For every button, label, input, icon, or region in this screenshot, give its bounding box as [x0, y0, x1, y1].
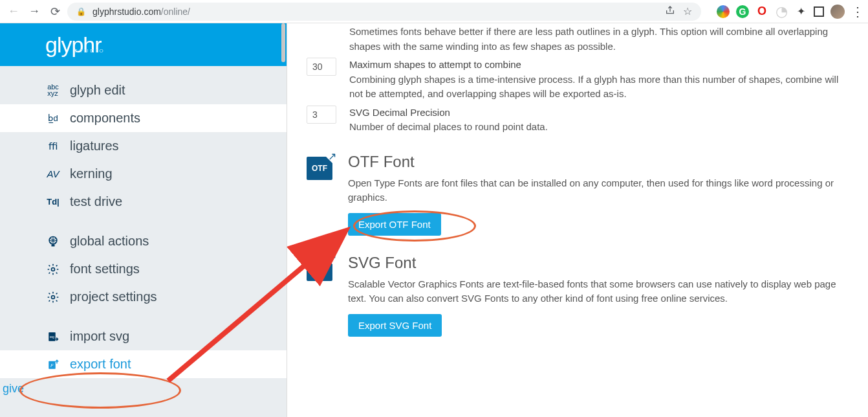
nav-font-settings[interactable]: font settings	[0, 255, 287, 283]
nav-project-settings[interactable]: project settings	[0, 283, 287, 311]
glyph-edit-icon: abcxyz	[45, 84, 61, 97]
export-otf-button[interactable]: Export OTF Font	[348, 213, 441, 236]
precision-title: SVG Decimal Precision	[349, 106, 849, 120]
browser-chrome: ← → ⟳ 🔒 glyphrstudio.com/online/ ☆ G O ◔…	[0, 0, 868, 23]
nav-label: project settings	[70, 289, 157, 304]
profile-avatar[interactable]	[830, 5, 845, 19]
main-content: Sometimes fonts behave better if there a…	[287, 23, 868, 417]
url-bar[interactable]: 🔒 glyphrstudio.com/online/ ☆	[67, 3, 701, 21]
extension-icon[interactable]: O	[755, 5, 768, 18]
components-icon: b̲d	[45, 113, 61, 123]
svg-desc: Scalable Vector Graphics Fonts are text-…	[348, 277, 849, 306]
back-button[interactable]: ←	[5, 3, 22, 20]
reload-button[interactable]: ⟳	[47, 3, 63, 20]
nav-ligatures[interactable]: ﬃ ligatures	[0, 132, 287, 160]
menu-icon[interactable]: ⋮	[851, 4, 863, 19]
svg-point-3	[52, 295, 55, 299]
app-logo: glyphr STUDIO	[45, 32, 102, 58]
svg-text:svg: svg	[50, 335, 55, 338]
scrollbar-thumb[interactable]	[281, 23, 285, 62]
share-icon[interactable]	[665, 5, 675, 17]
nav-label: glyph edit	[70, 83, 125, 98]
nav-label: font settings	[70, 262, 140, 276]
nav-components[interactable]: b̲d components	[0, 104, 287, 132]
svg-rect-1	[52, 245, 55, 247]
star-icon[interactable]: ☆	[683, 5, 692, 17]
nav-kerning[interactable]: AV kerning	[0, 160, 287, 188]
gear-icon	[45, 263, 61, 276]
logo-subtext: STUDIO	[74, 48, 105, 54]
forward-button[interactable]: →	[26, 3, 43, 20]
nav-label: global actions	[70, 234, 149, 249]
globe-icon	[45, 235, 61, 248]
nav-label: kerning	[70, 166, 113, 181]
lock-icon: 🔒	[76, 7, 86, 16]
nav-label: ligatures	[70, 139, 119, 153]
otf-section: OTF ↗ OTF Font Open Type Fonts are font …	[307, 153, 849, 236]
svg-point-2	[52, 267, 55, 271]
nav-label: import svg	[70, 329, 129, 344]
extension-icon[interactable]: G	[736, 5, 749, 18]
otf-icon: OTF ↗	[307, 157, 332, 180]
export-svg-button[interactable]: Export SVG Font	[348, 314, 442, 337]
nav: abcxyz glyph edit b̲d components ﬃ ligat…	[0, 66, 287, 378]
max-shapes-title: Maximum shapes to attempt to combine	[349, 58, 849, 73]
svg-heading: SVG Font	[348, 254, 849, 272]
extension-icon[interactable]	[814, 6, 824, 17]
ligatures-icon: ﬃ	[45, 141, 61, 152]
sidebar-scrollbar[interactable]	[280, 23, 287, 417]
max-shapes-row: Maximum shapes to attempt to combine Com…	[307, 58, 849, 102]
nav-label: test drive	[70, 194, 122, 209]
logo-bar: glyphr STUDIO	[0, 23, 287, 66]
nav-export-font[interactable]: F export font	[0, 350, 287, 378]
max-shapes-input[interactable]	[307, 58, 336, 76]
precision-row: SVG Decimal Precision Number of decimal …	[307, 106, 849, 135]
nav-glyph-edit[interactable]: abcxyz glyph edit	[0, 76, 287, 104]
test-drive-icon: Td|	[45, 197, 61, 207]
kerning-icon: AV	[45, 168, 61, 179]
export-icon: F	[45, 359, 61, 370]
url-path: /online/	[161, 6, 190, 17]
nav-global-actions[interactable]: global actions	[0, 227, 287, 255]
svg-icon: SVG ↗	[307, 258, 332, 281]
nav-label: export font	[70, 357, 131, 372]
url-host: glyphrstudio.com	[92, 6, 161, 17]
extension-icon[interactable]	[717, 5, 730, 18]
otf-desc: Open Type Fonts are font files that can …	[348, 176, 849, 205]
nav-test-drive[interactable]: Td| test drive	[0, 188, 287, 216]
precision-desc: Number of decimal places to round point …	[349, 121, 548, 132]
precision-input[interactable]	[307, 106, 336, 124]
sidebar: glyphr STUDIO abcxyz glyph edit b̲d comp…	[0, 23, 287, 417]
nav-import-svg[interactable]: svg import svg	[0, 322, 287, 350]
gear-icon	[45, 291, 61, 304]
nav-footer[interactable]: give	[0, 378, 287, 396]
otf-heading: OTF Font	[348, 153, 849, 171]
combine-description: Sometimes fonts behave better if there a…	[307, 25, 849, 54]
svg-section: SVG ↗ SVG Font Scalable Vector Graphics …	[307, 254, 849, 337]
max-shapes-desc: Combining glyph shapes is a time-intensi…	[349, 74, 838, 100]
import-icon: svg	[45, 331, 61, 343]
extensions-icon[interactable]: ✦	[794, 5, 807, 18]
nav-label: components	[70, 111, 140, 126]
extension-icon[interactable]: ◔	[775, 5, 788, 18]
